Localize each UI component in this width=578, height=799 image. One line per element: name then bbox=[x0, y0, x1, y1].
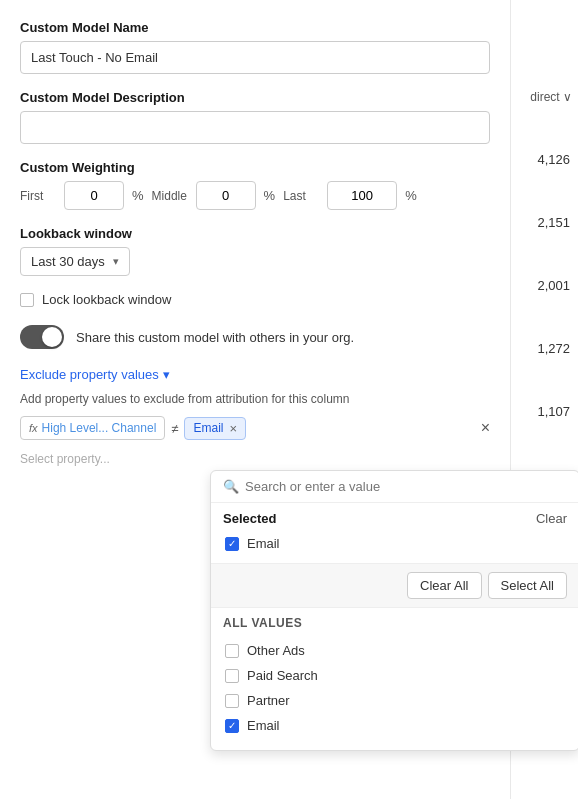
list-item: Paid Search bbox=[223, 663, 567, 688]
neq-symbol: ≠ bbox=[171, 421, 178, 436]
partner-label: Partner bbox=[247, 693, 290, 708]
toggle-thumb bbox=[42, 327, 62, 347]
selected-section: Selected Clear Email bbox=[211, 503, 578, 564]
right-value-4: 1,272 bbox=[537, 341, 578, 356]
main-panel: Custom Model Name Custom Model Descripti… bbox=[0, 0, 510, 799]
model-name-group: Custom Model Name bbox=[20, 20, 490, 74]
weighting-row: First % Middle % Last % bbox=[20, 181, 490, 210]
list-item: Email bbox=[223, 713, 567, 738]
selected-title: Selected bbox=[223, 511, 276, 526]
value-chip-label: Email bbox=[193, 421, 223, 435]
dropdown-search-row: 🔍 bbox=[211, 471, 578, 503]
dropdown-search-input[interactable] bbox=[245, 479, 567, 494]
value-chip-close-icon[interactable]: × bbox=[229, 421, 237, 436]
chevron-down-icon: ▾ bbox=[163, 367, 170, 382]
right-value-3: 2,001 bbox=[537, 278, 578, 293]
lock-label: Lock lookback window bbox=[42, 292, 171, 307]
share-toggle[interactable] bbox=[20, 325, 64, 349]
right-value-1: 4,126 bbox=[537, 152, 578, 167]
list-item: Other Ads bbox=[223, 638, 567, 663]
lookback-select[interactable]: Last 30 days ▾ bbox=[20, 247, 130, 276]
other-ads-checkbox[interactable] bbox=[225, 644, 239, 658]
exclude-link[interactable]: Exclude property values ▾ bbox=[20, 367, 490, 382]
lookback-group: Lookback window Last 30 days ▾ bbox=[20, 226, 490, 276]
middle-input[interactable] bbox=[196, 181, 256, 210]
lookback-value: Last 30 days bbox=[31, 254, 105, 269]
clear-button[interactable]: Clear bbox=[536, 511, 567, 526]
right-value-2: 2,151 bbox=[537, 215, 578, 230]
last-label: Last bbox=[283, 189, 319, 203]
selected-header: Selected Clear bbox=[223, 511, 567, 526]
other-ads-label: Other Ads bbox=[247, 643, 305, 658]
exclude-desc: Add property values to exclude from attr… bbox=[20, 392, 490, 406]
filter-row: fx High Level... Channel ≠ Email × × bbox=[20, 416, 490, 440]
weighting-label: Custom Weighting bbox=[20, 160, 490, 175]
middle-label: Middle bbox=[152, 189, 188, 203]
filter-close-icon[interactable]: × bbox=[481, 419, 490, 437]
property-placeholder: Select property... bbox=[20, 448, 490, 470]
fx-icon: fx bbox=[29, 422, 38, 434]
model-name-input[interactable] bbox=[20, 41, 490, 74]
all-values-section: All Values Other Ads Paid Search Partner… bbox=[211, 608, 578, 750]
clear-all-button[interactable]: Clear All bbox=[407, 572, 481, 599]
value-chip[interactable]: Email × bbox=[184, 417, 246, 440]
chip-label: High Level... Channel bbox=[42, 421, 157, 435]
lookback-label: Lookback window bbox=[20, 226, 490, 241]
toggle-label: Share this custom model with others in y… bbox=[76, 330, 354, 345]
toggle-row: Share this custom model with others in y… bbox=[20, 325, 490, 349]
lock-checkbox[interactable] bbox=[20, 293, 34, 307]
last-input[interactable] bbox=[327, 181, 397, 210]
paid-search-checkbox[interactable] bbox=[225, 669, 239, 683]
email-checked-checkbox[interactable] bbox=[225, 537, 239, 551]
right-header: direct ∨ bbox=[530, 80, 578, 104]
property-chip[interactable]: fx High Level... Channel bbox=[20, 416, 165, 440]
search-icon: 🔍 bbox=[223, 479, 239, 494]
chevron-down-icon: ▾ bbox=[113, 255, 119, 268]
weighting-group: Custom Weighting First % Middle % Last % bbox=[20, 160, 490, 210]
right-value-5: 1,107 bbox=[537, 404, 578, 419]
lock-row: Lock lookback window bbox=[20, 292, 490, 307]
list-item: Partner bbox=[223, 688, 567, 713]
email-all-label: Email bbox=[247, 718, 280, 733]
model-desc-group: Custom Model Description bbox=[20, 90, 490, 144]
select-all-button[interactable]: Select All bbox=[488, 572, 567, 599]
partner-checkbox[interactable] bbox=[225, 694, 239, 708]
paid-search-label: Paid Search bbox=[247, 668, 318, 683]
right-header-text: direct ∨ bbox=[530, 90, 572, 104]
last-pct: % bbox=[405, 188, 417, 203]
middle-pct: % bbox=[264, 188, 276, 203]
selected-item-email: Email bbox=[223, 532, 567, 555]
dropdown-panel: 🔍 Selected Clear Email Clear All Select … bbox=[210, 470, 578, 751]
email-all-checkbox[interactable] bbox=[225, 719, 239, 733]
first-input[interactable] bbox=[64, 181, 124, 210]
model-desc-input[interactable] bbox=[20, 111, 490, 144]
actions-row: Clear All Select All bbox=[211, 564, 578, 608]
first-pct: % bbox=[132, 188, 144, 203]
first-label: First bbox=[20, 189, 56, 203]
all-values-title: All Values bbox=[223, 616, 567, 630]
model-desc-label: Custom Model Description bbox=[20, 90, 490, 105]
exclude-label: Exclude property values bbox=[20, 367, 159, 382]
model-name-label: Custom Model Name bbox=[20, 20, 490, 35]
selected-email-label: Email bbox=[247, 536, 280, 551]
